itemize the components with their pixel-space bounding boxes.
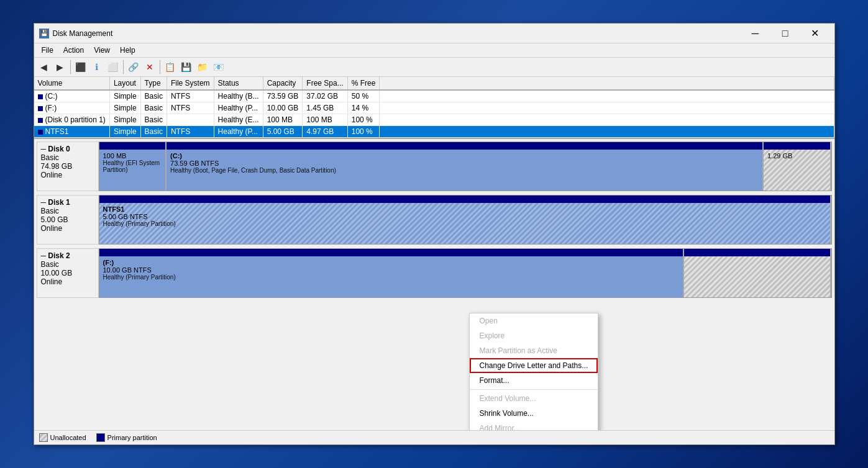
context-menu-item[interactable]: Shrink Volume...	[470, 406, 598, 421]
toolbar-forward[interactable]: ▶	[53, 60, 68, 74]
disk-type: Basic	[41, 260, 94, 269]
cell-type: Basic	[140, 114, 167, 126]
close-button[interactable]: ✕	[801, 24, 829, 43]
cell-free: 4.97 GB	[303, 126, 347, 138]
window-title: Disk Management	[53, 29, 741, 38]
volume-list: Volume Layout Type File System Status Ca…	[34, 77, 834, 139]
partition[interactable]	[684, 249, 831, 297]
cell-status: Healthy (P...	[214, 102, 263, 114]
legend-bar: Unallocated Primary partition	[34, 430, 834, 444]
cell-fs: NTFS	[167, 90, 214, 102]
disk-partitions: 100 MB Healthy (EFI System Partition) (C…	[99, 142, 832, 191]
toolbar-sep2	[123, 60, 124, 74]
context-menu-item[interactable]: Format...	[470, 373, 598, 388]
cell-free: 100 MB	[303, 114, 347, 126]
legend-unallocated-label: Unallocated	[50, 434, 86, 441]
menu-view[interactable]: View	[89, 45, 115, 56]
col-capacity[interactable]: Capacity	[263, 77, 303, 90]
legend-unallocated-color	[39, 433, 48, 442]
context-menu-item[interactable]: Change Drive Letter and Paths...	[470, 358, 598, 373]
table-row[interactable]: (F:) Simple Basic NTFS Healthy (P... 10.…	[34, 102, 834, 114]
cell-status: Healthy (E...	[214, 114, 263, 126]
cell-volume: (Disk 0 partition 1)	[34, 114, 110, 126]
cell-layout: Simple	[109, 102, 140, 114]
col-type[interactable]: Type	[140, 77, 167, 90]
volume-table: Volume Layout Type File System Status Ca…	[34, 77, 834, 138]
partition-body[interactable]: (F:) 10.00 GB NTFS Healthy (Primary Part…	[99, 256, 683, 297]
toolbar-btn3[interactable]: ⬜	[106, 60, 121, 74]
cell-fs	[167, 114, 214, 126]
toolbar-btn8[interactable]: 📧	[211, 60, 226, 74]
maximize-button[interactable]: □	[771, 24, 800, 43]
cell-free: 1.45 GB	[303, 102, 347, 114]
toolbar-btn2[interactable]: ℹ	[89, 60, 104, 74]
cell-type: Basic	[140, 126, 167, 138]
disk-status: Online	[41, 277, 94, 286]
title-bar: 💾 Disk Management ─ □ ✕	[34, 24, 834, 43]
disk-status: Online	[41, 224, 94, 233]
cell-capacity: 73.59 GB	[263, 90, 303, 102]
toolbar-btn7[interactable]: 📁	[195, 60, 210, 74]
table-row[interactable]: (C:) Simple Basic NTFS Healthy (B... 73.…	[34, 90, 834, 102]
legend-primary-color	[96, 433, 105, 442]
partition-header	[99, 249, 683, 256]
toolbar-sep3	[160, 60, 160, 74]
cell-volume: (C:)	[34, 90, 110, 102]
col-layout[interactable]: Layout	[109, 77, 140, 90]
main-window: 💾 Disk Management ─ □ ✕ File Action View…	[34, 23, 835, 445]
cell-pct: 14 %	[347, 102, 380, 114]
partition-body[interactable]: (C:) 73.59 GB NTFS Healthy (Boot, Page F…	[167, 150, 762, 191]
partition-header	[684, 249, 830, 256]
cell-type: Basic	[140, 102, 167, 114]
col-fs[interactable]: File System	[167, 77, 214, 90]
col-status[interactable]: Status	[214, 77, 263, 90]
partition-desc: Healthy (EFI System Partition)	[103, 160, 162, 173]
col-volume[interactable]: Volume	[34, 77, 110, 90]
cell-extra	[380, 90, 834, 102]
partition-header	[99, 142, 166, 150]
disk-status: Online	[41, 171, 94, 179]
partition-body[interactable]: 1.29 GB	[764, 150, 830, 191]
cell-volume: (F:)	[34, 102, 110, 114]
table-row[interactable]: (Disk 0 partition 1) Simple Basic Health…	[34, 114, 834, 126]
toolbar-back[interactable]: ◀	[37, 60, 52, 74]
disk-row: ─ Disk 1 Basic 5.00 GB Online NTFS1 5.00…	[37, 195, 832, 245]
partition[interactable]: NTFS1 5.00 GB NTFS Healthy (Primary Part…	[99, 196, 831, 244]
partition-body[interactable]: NTFS1 5.00 GB NTFS Healthy (Primary Part…	[99, 203, 830, 244]
cell-fs: NTFS	[167, 102, 214, 114]
partition-name: (C:)	[170, 152, 759, 160]
toolbar-btn1[interactable]: ⬛	[73, 60, 88, 74]
context-menu-item: Add Mirror...	[470, 421, 598, 430]
disk-label: ─ Disk 0 Basic 74.98 GB Online	[37, 142, 99, 191]
window-controls: ─ □ ✕	[741, 24, 829, 43]
app-icon: 💾	[39, 29, 49, 38]
disk-name: ─ Disk 2	[41, 251, 94, 260]
menu-file[interactable]: File	[37, 45, 58, 56]
partition-body[interactable]: 100 MB Healthy (EFI System Partition)	[99, 150, 166, 191]
partition-desc: Healthy (Primary Partition)	[103, 274, 679, 281]
disk-size: 5.00 GB	[41, 215, 94, 224]
cell-type: Basic	[140, 90, 167, 102]
partition[interactable]: 1.29 GB	[764, 142, 831, 191]
partition-desc: Healthy (Boot, Page File, Crash Dump, Ba…	[170, 167, 759, 174]
partition[interactable]: (F:) 10.00 GB NTFS Healthy (Primary Part…	[99, 249, 684, 297]
menu-action[interactable]: Action	[58, 45, 89, 56]
toolbar-btn6[interactable]: 💾	[179, 60, 194, 74]
partition[interactable]: 100 MB Healthy (EFI System Partition)	[99, 142, 167, 191]
cell-extra	[380, 126, 834, 138]
menu-help[interactable]: Help	[115, 45, 140, 56]
minimize-button[interactable]: ─	[741, 24, 770, 43]
context-menu-separator	[470, 389, 598, 390]
partition-size: 73.59 GB NTFS	[170, 160, 759, 167]
table-row[interactable]: NTFS1 Simple Basic NTFS Healthy (P... 5.…	[34, 126, 834, 138]
partition-body[interactable]	[684, 256, 830, 297]
cell-pct: 50 %	[347, 90, 380, 102]
partition[interactable]: (C:) 73.59 GB NTFS Healthy (Boot, Page F…	[167, 142, 764, 191]
toolbar-btn5[interactable]: 📋	[163, 60, 178, 74]
cell-fs: NTFS	[167, 126, 214, 138]
toolbar-btn4[interactable]: 🔗	[126, 60, 141, 74]
col-pct[interactable]: % Free	[347, 77, 380, 90]
toolbar-btn-delete[interactable]: ✕	[142, 60, 157, 74]
disk-size: 10.00 GB	[41, 269, 94, 277]
col-free[interactable]: Free Spa...	[303, 77, 347, 90]
